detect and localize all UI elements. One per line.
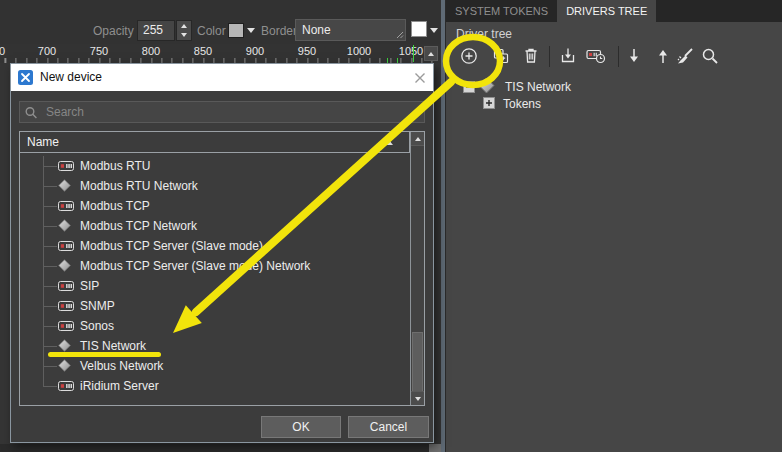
panel-splitter-line — [445, 0, 446, 452]
border-label: Border — [261, 24, 297, 38]
spin-down-icon[interactable] — [181, 33, 187, 37]
opacity-input[interactable]: 255 — [137, 20, 175, 41]
network-diamond-icon — [58, 339, 71, 352]
tree-item-tokens[interactable]: Tokens — [503, 97, 541, 111]
ruler-label: 850 — [194, 45, 212, 57]
list-item-label: Modbus TCP Server (Slave mode) Network — [80, 259, 310, 273]
device-icon — [58, 381, 74, 391]
panel-tabbar: SYSTEM TOKENS DRIVERS TREE — [446, 0, 782, 22]
list-item-label: TIS Network — [80, 339, 146, 353]
collapse-toggle[interactable] — [463, 81, 475, 93]
cursor-position-marker — [413, 45, 414, 62]
duplicate-icon[interactable] — [491, 46, 511, 66]
opacity-stepper[interactable] — [176, 20, 192, 41]
list-header-name[interactable]: Name — [20, 132, 410, 153]
spin-up-icon[interactable] — [181, 24, 187, 28]
ruler-label: 900 — [246, 45, 264, 57]
delete-icon[interactable] — [521, 46, 541, 66]
triangle-up-icon — [415, 137, 421, 141]
scroll-down-button[interactable] — [411, 391, 424, 405]
dialog-titlebar[interactable]: New device — [11, 64, 433, 91]
move-down-icon[interactable] — [624, 46, 644, 66]
properties-toolbar: Opacity 255 Color Border None — [0, 0, 441, 44]
fill-color-dropdown-icon[interactable] — [430, 28, 438, 33]
search-icon[interactable] — [700, 46, 720, 66]
scrollbar-thumb[interactable] — [412, 332, 423, 393]
expand-toggle[interactable] — [483, 97, 495, 109]
list-item[interactable]: SNMP — [20, 296, 410, 316]
network-diamond-icon — [58, 219, 71, 232]
color-dropdown-icon[interactable] — [247, 28, 255, 33]
device-icon — [58, 281, 74, 291]
list-item-label: Modbus TCP Server (Slave mode) — [80, 239, 263, 253]
device-list: Name Modbus RTU Modbus RTU Network Modbu… — [19, 131, 425, 406]
panel-title: Driver tree — [456, 27, 512, 41]
list-scrollbar[interactable] — [410, 132, 424, 405]
clean-icon[interactable] — [675, 46, 695, 66]
list-item[interactable]: Modbus RTU Network — [20, 176, 410, 196]
border-select-value: None — [302, 23, 331, 37]
resize-grip-icon — [396, 31, 404, 39]
ruler-label: 950 — [298, 45, 316, 57]
list-item-label: SIP — [80, 279, 99, 293]
list-item-tis-network[interactable]: TIS Network — [20, 336, 410, 356]
device-rows: Modbus RTU Modbus RTU Network Modbus TCP… — [20, 156, 410, 405]
move-up-icon[interactable] — [653, 46, 673, 66]
scroll-up-button[interactable] — [424, 46, 438, 61]
device-icon — [58, 241, 74, 251]
list-item[interactable]: Modbus TCP — [20, 196, 410, 216]
ruler-label: 700 — [38, 45, 56, 57]
cancel-button[interactable]: Cancel — [348, 416, 429, 438]
network-diamond-icon — [478, 77, 495, 94]
network-diamond-icon — [58, 179, 71, 192]
import-from-store-icon[interactable] — [586, 46, 606, 66]
color-label: Color — [197, 24, 226, 38]
list-item-label: Modbus TCP — [80, 199, 150, 213]
list-item[interactable]: Modbus TCP Server (Slave mode) Network — [20, 256, 410, 276]
scroll-up-button[interactable] — [411, 132, 424, 146]
toolbar-separator — [549, 46, 550, 67]
color-swatch[interactable] — [228, 23, 244, 38]
list-item-label: iRidium Server — [80, 379, 159, 393]
triangle-up-icon — [428, 52, 434, 56]
column-header-label: Name — [27, 132, 59, 153]
search-input[interactable] — [20, 102, 424, 122]
add-device-icon[interactable] — [459, 46, 479, 66]
device-icon — [58, 301, 74, 311]
tree-item-tis-network[interactable]: TIS Network — [505, 80, 571, 94]
tab-drivers-tree[interactable]: DRIVERS TREE — [557, 0, 656, 22]
list-item[interactable]: Modbus TCP Network — [20, 216, 410, 236]
horizontal-ruler: 650 700 750 800 850 900 950 1000 1050 — [0, 44, 441, 63]
list-item-label: Modbus TCP Network — [80, 219, 197, 233]
drivers-toolbar — [446, 44, 782, 70]
fill-color-swatch[interactable] — [411, 21, 427, 37]
tools-icon — [18, 70, 33, 85]
network-diamond-icon — [58, 359, 71, 372]
search-box — [19, 101, 425, 123]
import-icon[interactable] — [558, 46, 578, 66]
border-select[interactable]: None — [295, 19, 406, 41]
tab-system-tokens[interactable]: SYSTEM TOKENS — [446, 0, 557, 22]
close-icon[interactable] — [413, 71, 427, 85]
ruler-label: 650 — [0, 45, 5, 57]
triangle-down-icon — [415, 397, 421, 401]
ok-button[interactable]: OK — [261, 416, 341, 438]
list-item[interactable]: Velbus Network — [20, 356, 410, 376]
list-item-label: Sonos — [80, 319, 114, 333]
device-icon — [58, 201, 74, 211]
status-strip — [0, 444, 441, 452]
list-item[interactable]: SIP — [20, 276, 410, 296]
list-item-label: Velbus Network — [80, 359, 163, 373]
ruler-label: 750 — [90, 45, 108, 57]
list-item[interactable]: Sonos — [20, 316, 410, 336]
list-item[interactable]: Modbus TCP Server (Slave mode) — [20, 236, 410, 256]
dialog-title: New device — [40, 64, 102, 91]
minus-icon — [464, 82, 474, 92]
drivers-panel: SYSTEM TOKENS DRIVERS TREE Driver tree — [446, 0, 782, 452]
list-item[interactable]: iRidium Server — [20, 376, 410, 396]
app-window: Opacity 255 Color Border None 650 700 75… — [0, 0, 782, 452]
new-device-dialog: New device Name Modbus RTU — [10, 63, 434, 443]
opacity-label: Opacity — [93, 24, 134, 38]
toolbar-separator — [618, 46, 619, 67]
list-item[interactable]: Modbus RTU — [20, 156, 410, 176]
